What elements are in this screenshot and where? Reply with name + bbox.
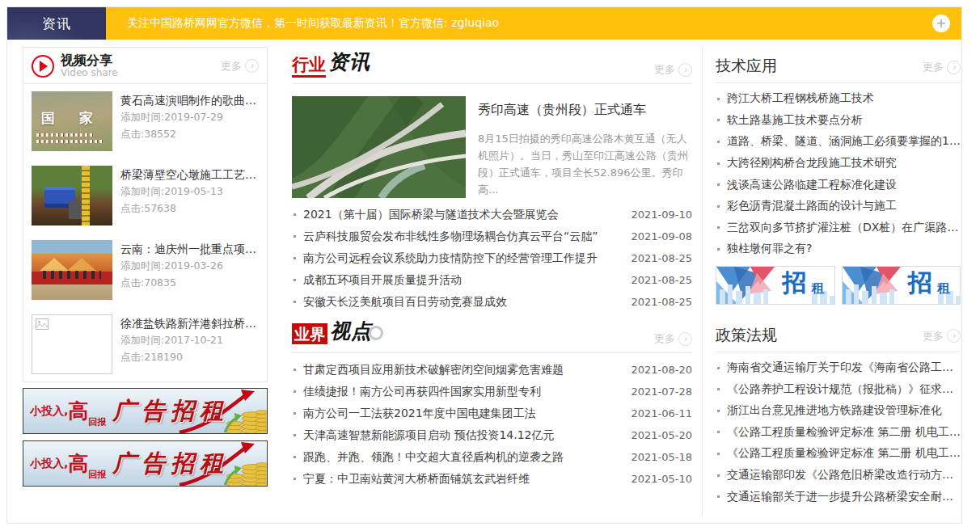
bullet-icon bbox=[294, 213, 296, 216]
policy-item[interactable]: 海南省交通运输厅关于印发《海南省公路工程建设项 bbox=[716, 357, 961, 379]
tab-news[interactable]: 资讯 bbox=[7, 7, 106, 40]
policy-item[interactable]: 《公路工程质量检验评定标准 第二册 机电工程》修 bbox=[716, 422, 961, 444]
right-column: 技术应用 更多 › 跨江大桥工程钢栈桥施工技术 软土路基施工技术要点分析 道路、… bbox=[702, 47, 972, 515]
news-item[interactable]: 南方公司远程会议系统助力疫情防控下的经营管理工作提升 2021-08-25 bbox=[292, 247, 692, 269]
bullet-icon bbox=[294, 390, 296, 393]
featured-article-title: 秀印高速（贵州段）正式通车 bbox=[478, 102, 692, 119]
video-item[interactable]: 桥梁薄壁空心墩施工工艺标... 添加时间:2019-05-13 点击:57638 bbox=[23, 158, 267, 233]
tech-item[interactable]: 独柱墩何罪之有? bbox=[716, 238, 961, 260]
news-item[interactable]: 成都五环项目开展质量提升活动 2021-08-25 bbox=[292, 269, 692, 291]
news-title: 成都五环项目开展质量提升活动 bbox=[303, 273, 621, 288]
featured-article[interactable]: 秀印高速（贵州段）正式通车 8月15日拍摄的秀印高速公路木黄互通（无人机照片）。… bbox=[292, 96, 692, 198]
tech-item-title: 大跨径刚构桥合龙段施工技术研究 bbox=[727, 156, 961, 171]
bullet-icon bbox=[717, 183, 720, 186]
policy-item[interactable]: 交通运输部印发《公路危旧桥梁改造行动方案》 bbox=[716, 465, 961, 487]
bullet-icon bbox=[294, 301, 296, 303]
policy-item-title: 海南省交通运输厅关于印发《海南省公路工程建设项 bbox=[727, 360, 961, 375]
bullet-icon bbox=[717, 453, 720, 455]
policy-item[interactable]: 《公路工程质量检验评定标准 第二册 机电工程》发 bbox=[716, 443, 961, 465]
policy-item[interactable]: 《公路养护工程设计规范（报批稿）》征求意见 bbox=[716, 378, 961, 400]
video-item[interactable]: 徐准盐铁路新洋港斜拉桥施... 添加时间:2017-10-21 点击:21819… bbox=[23, 307, 267, 381]
video-title: 徐准盐铁路新洋港斜拉桥施... bbox=[120, 315, 259, 331]
news-title: 云庐科技服贸会发布非线性多物理场耦合仿真云平台“云朏” bbox=[303, 230, 621, 244]
news-title: 天津高速智慧新能源项目启动 预估投资14.12亿元 bbox=[303, 428, 621, 443]
tech-item-title: 浅谈高速公路临建工程标准化建设 bbox=[727, 178, 961, 192]
tech-item[interactable]: 大跨径刚构桥合龙段施工技术研究 bbox=[716, 153, 961, 175]
news-item[interactable]: 2021（第十届）国际桥梁与隧道技术大会暨展览会 2021-09-10 bbox=[292, 204, 692, 225]
bullet-icon bbox=[717, 98, 720, 100]
news-date: 2021-08-25 bbox=[631, 296, 692, 308]
video-share-panel: 视频分享 Video share 更多 › 国 家 黄石高速演唱制作的歌曲M..… bbox=[23, 47, 268, 382]
news-item[interactable]: 南方公司一工法获2021年度中国电建集团工法 2021-06-11 bbox=[292, 402, 692, 424]
ad-small-invest-text: 小投入, bbox=[30, 404, 68, 419]
tech-item-title: 道路、桥梁、隧道、涵洞施工必须要掌握的100条规 bbox=[727, 134, 961, 149]
rent-ad-banner[interactable]: 招 租 bbox=[842, 266, 961, 305]
ad-high-text: 高 bbox=[68, 401, 88, 421]
news-item[interactable]: 跟跑、并跑、领跑！中交超大直径盾构机的逆袭之路 2021-05-18 bbox=[292, 446, 692, 468]
featured-article-image bbox=[292, 96, 466, 198]
news-item[interactable]: 云庐科技服贸会发布非线性多物理场耦合仿真云平台“云朏” 2021-09-08 bbox=[292, 225, 692, 247]
policy-item-title: 《公路工程质量检验评定标准 第二册 机电工程》修 bbox=[727, 425, 961, 440]
tech-item[interactable]: 道路、桥梁、隧道、涵洞施工必须要掌握的100条规 bbox=[716, 131, 961, 153]
bullet-icon bbox=[294, 369, 296, 371]
tech-item-title: 三岔双向多节挤扩灌注桩（DX桩）在广渠路二期工程 bbox=[727, 221, 961, 235]
news-title: 南方公司远程会议系统助力疫情防控下的经营管理工作提升 bbox=[303, 251, 621, 266]
video-item[interactable]: 国 家 黄石高速演唱制作的歌曲M... 添加时间:2019-07-29 点击:3… bbox=[23, 84, 267, 158]
news-date: 2021-07-28 bbox=[631, 386, 692, 398]
policy-item-title: 浙江出台意见推进地方铁路建设管理标准化 bbox=[727, 403, 961, 418]
thumb-caption: 国 家 bbox=[36, 109, 108, 128]
chevron-right-icon: › bbox=[947, 329, 961, 343]
video-added-time: 添加时间:2019-03-26 bbox=[120, 257, 259, 274]
news-date: 2021-08-25 bbox=[631, 274, 692, 286]
bullet-icon bbox=[717, 495, 720, 498]
ad-main-text: 广告招租 bbox=[112, 395, 229, 428]
bullet-icon bbox=[717, 410, 720, 412]
ad-high-text: 高 bbox=[68, 453, 88, 474]
ad-banner-recruit[interactable]: 小投入, 高 回报 广告招租 bbox=[23, 440, 268, 487]
tech-more-link[interactable]: 更多 › bbox=[923, 60, 961, 74]
policy-item[interactable]: 浙江出台意见推进地方铁路建设管理标准化 bbox=[716, 400, 961, 422]
news-date: 2021-08-25 bbox=[631, 252, 692, 264]
bullet-icon bbox=[717, 474, 720, 477]
ad-banner-recruit[interactable]: 小投入, 高 回报 广告招租 bbox=[23, 388, 268, 434]
news-title: 南方公司一工法获2021年度中国电建集团工法 bbox=[303, 407, 621, 421]
tech-item[interactable]: 跨江大桥工程钢栈桥施工技术 bbox=[716, 88, 961, 110]
news-date: 2021-05-10 bbox=[631, 473, 692, 485]
chevron-right-icon: › bbox=[678, 332, 692, 346]
highway-interchange-graphic bbox=[292, 96, 466, 198]
tech-item[interactable]: 三岔双向多节挤扩灌注桩（DX桩）在广渠路二期工程 bbox=[716, 217, 961, 239]
industry-news-more-link[interactable]: 更多 › bbox=[654, 62, 692, 77]
rent-ad-banner[interactable]: 招 租 bbox=[716, 266, 835, 305]
industry-view-more-link[interactable]: 更多 › bbox=[654, 331, 692, 346]
video-item[interactable]: 云南：迪庆州一批重点项目... 添加时间:2019-03-26 点击:70835 bbox=[23, 233, 267, 307]
policy-more-link[interactable]: 更多 › bbox=[923, 329, 961, 343]
video-title: 黄石高速演唱制作的歌曲M... bbox=[120, 92, 259, 108]
policy-section-header: 政策法规 更多 › bbox=[716, 316, 961, 352]
tech-item-title: 独柱墩何罪之有? bbox=[727, 242, 961, 256]
tech-item[interactable]: 软土路基施工技术要点分析 bbox=[716, 110, 961, 132]
logo-circle-decoration bbox=[369, 326, 383, 340]
news-item[interactable]: 佳绩捷报！南方公司再获四件国家实用新型专利 2021-07-28 bbox=[292, 381, 692, 402]
bullet-icon bbox=[717, 248, 720, 251]
chevron-right-icon: › bbox=[947, 61, 961, 74]
bullet-icon bbox=[717, 226, 720, 229]
tech-item[interactable]: 彩色沥青混凝土路面的设计与施工 bbox=[716, 196, 961, 217]
ad-small-invest-text: 小投入, bbox=[30, 457, 68, 471]
content-area: 视频分享 Video share 更多 › 国 家 黄石高速演唱制作的歌曲M..… bbox=[7, 40, 961, 515]
news-item[interactable]: 天津高速智慧新能源项目启动 预估投资14.12亿元 2021-05-20 bbox=[292, 424, 692, 446]
video-clicks: 点击:218190 bbox=[120, 348, 259, 365]
left-column: 视频分享 Video share 更多 › 国 家 黄石高速演唱制作的歌曲M..… bbox=[23, 47, 268, 515]
policy-item[interactable]: 交通运输部关于进一步提升公路桥梁安全耐久水平的 bbox=[716, 486, 961, 508]
news-item[interactable]: 宁夏：中卫南站黄河大桥桥面铺筑玄武岩纤维 2021-05-10 bbox=[292, 468, 692, 490]
video-more-link[interactable]: 更多 › bbox=[221, 59, 259, 74]
video-added-time: 添加时间:2019-05-13 bbox=[120, 183, 259, 200]
tech-item-title: 跨江大桥工程钢栈桥施工技术 bbox=[727, 91, 961, 106]
news-item[interactable]: 甘肃定西项目应用新技术破解密闭空间烟雾危害难题 2021-08-20 bbox=[292, 359, 692, 381]
tech-item[interactable]: 浅谈高速公路临建工程标准化建设 bbox=[716, 174, 961, 196]
plus-icon[interactable]: + bbox=[932, 15, 950, 32]
news-date: 2021-09-10 bbox=[631, 209, 692, 221]
news-item[interactable]: 安徽天长泛美航项目百日劳动竞赛显成效 2021-08-25 bbox=[292, 291, 692, 313]
news-title: 2021（第十届）国际桥梁与隧道技术大会暨展览会 bbox=[303, 208, 621, 222]
policy-item-title: 交通运输部印发《公路危旧桥梁改造行动方案》 bbox=[727, 468, 961, 483]
broken-image-icon bbox=[36, 318, 49, 330]
